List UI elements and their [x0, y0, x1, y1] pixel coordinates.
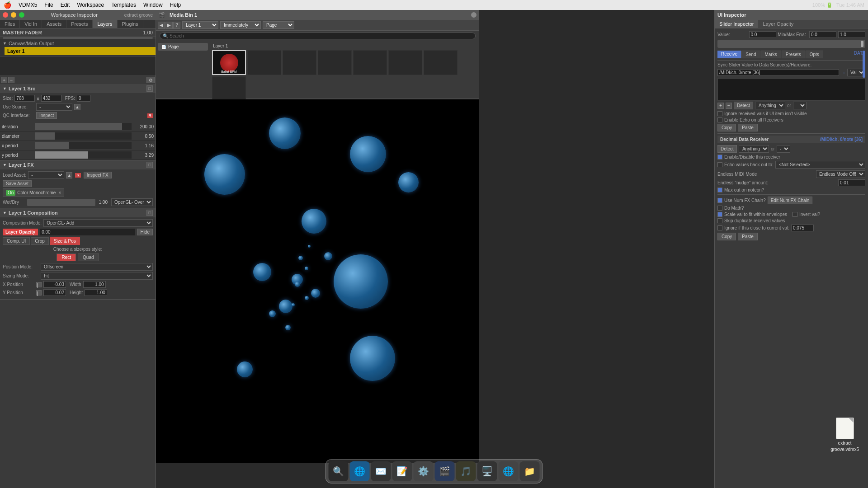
- echo-checkbox[interactable]: [717, 117, 722, 122]
- copy-button-2[interactable]: Copy: [717, 233, 736, 240]
- dock-monitor[interactable]: 🖥️: [477, 461, 497, 481]
- copy-button-1[interactable]: Copy: [717, 124, 736, 131]
- width-input-comp[interactable]: [83, 281, 106, 288]
- load-expand[interactable]: ▲: [66, 172, 72, 178]
- empty-thumb-2[interactable]: [283, 50, 316, 75]
- menu-vdmx5[interactable]: VDMX5: [19, 2, 37, 8]
- quad-button[interactable]: Quad: [78, 253, 99, 261]
- search-input[interactable]: [170, 33, 472, 38]
- tab-layer-opacity[interactable]: Layer Opacity: [758, 20, 798, 28]
- param-slider-diameter[interactable]: [35, 132, 132, 140]
- fx-collapse-button[interactable]: □: [146, 162, 153, 168]
- canvas-main-output[interactable]: ▼ Canvas/Main Output: [0, 40, 156, 47]
- detect-button-2[interactable]: Detect: [717, 145, 737, 153]
- ignore-close-checkbox[interactable]: [717, 225, 722, 230]
- fx-close-icon[interactable]: ×: [58, 190, 61, 195]
- r-btn-fx[interactable]: R: [75, 173, 81, 178]
- tab-assets[interactable]: Assets: [42, 20, 66, 28]
- ignore-close-input[interactable]: [791, 225, 814, 231]
- add-layer-button[interactable]: +: [1, 77, 7, 83]
- sizing-mode-select[interactable]: Fit: [41, 272, 153, 280]
- main-slider[interactable]: [717, 40, 865, 48]
- y-handle[interactable]: |: [36, 290, 42, 296]
- remove-recv-button[interactable]: −: [726, 103, 732, 109]
- nav-help-button[interactable]: ?: [173, 22, 180, 29]
- comp-mode-select[interactable]: OpenGL- Add: [43, 219, 153, 227]
- height-input-comp[interactable]: [85, 289, 107, 296]
- page-select[interactable]: Page: [263, 21, 294, 29]
- endless-mode-select[interactable]: Endless Mode Off!: [816, 170, 865, 178]
- load-asset-select[interactable]: -: [28, 171, 64, 179]
- value-input[interactable]: [749, 31, 776, 38]
- param-slider-yperiod[interactable]: [35, 151, 132, 159]
- empty-thumb-7[interactable]: [212, 76, 246, 101]
- y-position-input[interactable]: [43, 289, 66, 296]
- use-num-fx-checkbox[interactable]: [717, 198, 722, 203]
- desktop-file[interactable]: extract groove.vdmx5: [830, 418, 859, 452]
- minimize-button[interactable]: [11, 12, 16, 18]
- inspect-fx-button[interactable]: Inspect FX: [84, 172, 112, 178]
- empty-thumb-6[interactable]: [424, 50, 458, 75]
- add-recv-button[interactable]: +: [717, 103, 724, 109]
- opts-tab[interactable]: Opts: [806, 51, 823, 58]
- ignore-checkbox[interactable]: [717, 111, 722, 116]
- max-noteon-checkbox[interactable]: [717, 188, 722, 192]
- marks-tab[interactable]: Marks: [761, 51, 781, 58]
- tab-slider-inspector[interactable]: Slider Inspector: [715, 20, 758, 28]
- dock-chrome[interactable]: 🌐: [499, 461, 519, 481]
- dock-music[interactable]: 🎵: [456, 461, 476, 481]
- dock-finder[interactable]: 🔍: [329, 461, 349, 481]
- save-asset-button[interactable]: Save Asset: [3, 180, 32, 187]
- menu-templates[interactable]: Templates: [111, 2, 136, 8]
- dock-files[interactable]: 📁: [520, 461, 540, 481]
- layer-1-fx-header[interactable]: ▼ Layer 1 FX □: [0, 160, 156, 169]
- media-bin-close[interactable]: [471, 12, 476, 18]
- scale-checkbox[interactable]: [717, 212, 722, 217]
- empty-thumb-4[interactable]: [353, 50, 387, 75]
- echo-back-checkbox[interactable]: [717, 162, 722, 167]
- comp-ui-tab[interactable]: Comp. UI: [3, 237, 30, 245]
- anything-select-2[interactable]: Anything: [739, 145, 769, 153]
- empty-thumb-3[interactable]: [318, 50, 352, 75]
- height-input[interactable]: [41, 95, 61, 102]
- notes-area[interactable]: [717, 78, 865, 101]
- nudge-input[interactable]: [838, 179, 865, 186]
- remove-layer-button[interactable]: −: [8, 77, 14, 83]
- menu-edit[interactable]: Edit: [61, 2, 70, 8]
- max-input[interactable]: [838, 31, 865, 38]
- hide-button[interactable]: Hide: [137, 229, 153, 235]
- detect-button-1[interactable]: Detect: [734, 102, 753, 109]
- menu-window[interactable]: Window: [143, 2, 163, 8]
- width-input[interactable]: [14, 95, 35, 102]
- nav-next-button[interactable]: ▶: [165, 22, 173, 29]
- param-slider-xperiod[interactable]: [35, 142, 132, 149]
- dock-mail[interactable]: ✉️: [371, 461, 391, 481]
- timing-select[interactable]: Immediately: [220, 21, 261, 29]
- layer-1-comp-header[interactable]: ▼ Layer 1 Composition □: [0, 208, 156, 217]
- paste-button-1[interactable]: Paste: [738, 124, 758, 131]
- dash-select-1[interactable]: -: [793, 102, 807, 109]
- layer-settings-button[interactable]: ⚙: [146, 77, 155, 83]
- invert-checkbox[interactable]: [793, 212, 797, 217]
- ballet-bpm-thumb[interactable]: Ballet BPM: [212, 50, 246, 75]
- dock-notes[interactable]: 📝: [392, 461, 412, 481]
- layer-1-src-header[interactable]: ▼ Layer 1 Src □: [0, 84, 156, 93]
- wet-dry-slider[interactable]: [27, 199, 95, 206]
- anything-select-1[interactable]: Anything: [755, 102, 785, 109]
- comp-collapse-button[interactable]: □: [146, 210, 153, 216]
- maximize-button[interactable]: [19, 12, 24, 18]
- menu-file[interactable]: File: [44, 2, 53, 8]
- send-tab[interactable]: Send: [741, 51, 760, 58]
- vertical-slider[interactable]: [863, 51, 865, 78]
- use-source-select[interactable]: -: [36, 103, 72, 111]
- fps-input[interactable]: [77, 95, 90, 102]
- tab-presets[interactable]: Presets: [66, 20, 93, 28]
- position-mode-select[interactable]: Offscreen: [41, 263, 153, 271]
- src-collapse-button[interactable]: □: [146, 85, 153, 92]
- not-selected-select[interactable]: <Not Selected>: [775, 161, 865, 169]
- tab-files[interactable]: Files: [0, 20, 20, 28]
- presets-tab[interactable]: Presets: [782, 51, 805, 58]
- page-item[interactable]: 📄 Page: [158, 43, 208, 51]
- receive-tab[interactable]: Receive: [717, 51, 741, 58]
- paste-button-2[interactable]: Paste: [738, 233, 758, 240]
